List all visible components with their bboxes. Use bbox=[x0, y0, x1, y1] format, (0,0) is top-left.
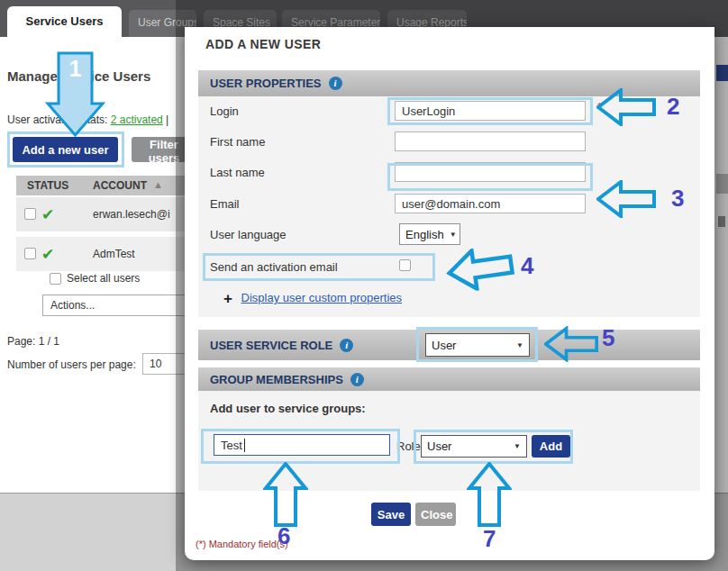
last-name-label: Last name bbox=[210, 166, 265, 179]
pagination-text: Page: 1 / 1 bbox=[7, 335, 59, 348]
activated-check-icon: ✔ bbox=[41, 205, 54, 223]
email-input[interactable] bbox=[395, 194, 586, 213]
column-account[interactable]: ACCOUNT bbox=[93, 179, 147, 192]
screen: User Groups Space Sites Service Paramete… bbox=[0, 0, 728, 571]
tab-service-users[interactable]: Service Users bbox=[7, 6, 122, 37]
info-icon[interactable]: i bbox=[340, 339, 353, 352]
actions-dropdown-value: Actions... bbox=[50, 299, 95, 312]
first-name-label: First name bbox=[210, 135, 265, 149]
info-icon[interactable]: i bbox=[329, 77, 342, 90]
plus-icon[interactable]: + bbox=[223, 290, 232, 307]
email-label: Email bbox=[210, 197, 240, 211]
arrow-left-2 bbox=[596, 88, 656, 126]
arrow-left-3 bbox=[596, 180, 656, 218]
row-checkbox[interactable] bbox=[24, 208, 36, 220]
save-button[interactable]: Save bbox=[371, 503, 411, 526]
per-page-label: Number of users per page: bbox=[7, 358, 136, 371]
close-button[interactable]: Close bbox=[415, 503, 456, 526]
add-to-groups-label: Add user to service groups: bbox=[210, 402, 366, 415]
annotation-box-group-input bbox=[201, 429, 400, 464]
column-status[interactable]: STATUS bbox=[27, 179, 68, 192]
activated-link[interactable]: 2 activated bbox=[111, 113, 163, 126]
stats-separator: | bbox=[166, 113, 168, 126]
first-name-input[interactable] bbox=[395, 131, 586, 151]
annotation-box-group-role bbox=[414, 430, 573, 464]
arrow-left-5 bbox=[544, 326, 598, 362]
arrow-up-7 bbox=[467, 462, 512, 527]
annotation-box-role bbox=[416, 327, 538, 362]
account-cell: erwan.lesech@i bbox=[93, 208, 170, 221]
modal-title: ADD A NEW USER bbox=[205, 37, 321, 51]
section-user-properties-label: USER PROPERTIES bbox=[210, 77, 322, 90]
login-label: Login bbox=[210, 104, 239, 118]
section-group-memberships: GROUP MEMBERSHIPS i bbox=[198, 367, 700, 391]
mandatory-footnote: (*) Mandatory field(s) bbox=[196, 539, 288, 549]
section-group-memberships-label: GROUP MEMBERSHIPS bbox=[210, 373, 343, 386]
account-cell: AdmTest bbox=[93, 248, 135, 260]
info-icon[interactable]: i bbox=[350, 373, 364, 386]
annotation-box-login bbox=[387, 97, 593, 125]
custom-props-row: + Display user custom properties bbox=[223, 290, 402, 308]
select-all-label: Select all users bbox=[67, 272, 140, 285]
activated-check-icon: ✔ bbox=[41, 245, 54, 263]
language-select[interactable]: English ▼ bbox=[399, 223, 460, 245]
arrow-up-6 bbox=[263, 462, 308, 527]
row-checkbox[interactable] bbox=[24, 248, 36, 259]
annotation-number-2: 2 bbox=[667, 93, 679, 121]
annotation-number-7: 7 bbox=[483, 525, 496, 553]
section-user-service-role-label: USER SERVICE ROLE bbox=[210, 339, 332, 352]
annotation-box-activation bbox=[203, 253, 435, 281]
language-select-value: English bbox=[405, 228, 444, 241]
annotation-number-5: 5 bbox=[602, 324, 614, 352]
annotation-number-1: 1 bbox=[45, 56, 105, 82]
annotation-number-4: 4 bbox=[521, 252, 533, 280]
sort-asc-icon[interactable]: ▲ bbox=[153, 179, 163, 190]
annotation-box-email bbox=[387, 163, 593, 191]
custom-props-link[interactable]: Display user custom properties bbox=[241, 291, 402, 304]
dropdown-arrow-icon: ▼ bbox=[450, 231, 457, 239]
select-all-checkbox[interactable] bbox=[50, 273, 61, 285]
annotation-number-6: 6 bbox=[278, 522, 290, 550]
actions-dropdown[interactable]: Actions... bbox=[42, 295, 196, 316]
user-language-label: User language bbox=[210, 228, 287, 241]
annotation-number-3: 3 bbox=[671, 185, 684, 213]
